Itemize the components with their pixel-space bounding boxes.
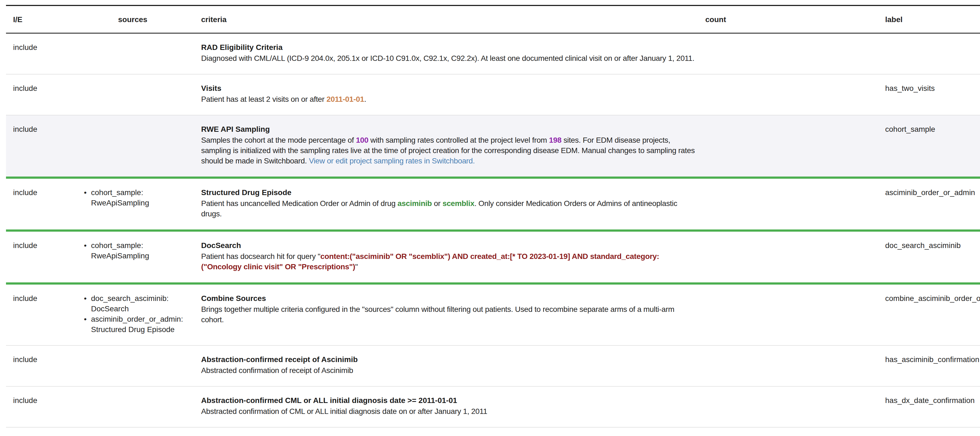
- label-value: has_asciminib_confirmation: [885, 355, 980, 364]
- highlighted-text-segment: 2011-01-01: [326, 95, 364, 104]
- text-segment: .: [364, 95, 366, 104]
- criteria-description: Abstracted confirmation of CML or ALL in…: [201, 406, 695, 417]
- label-value: combine_asciminib_order_or_: [885, 294, 980, 303]
- criteria-title: RAD Eligibility Criteria: [201, 42, 695, 53]
- header-row: I/E sources criteria count label: [6, 5, 980, 33]
- criteria-cell: DocSearch Patient has docsearch hit for …: [194, 230, 698, 283]
- text-segment: Samples the cohort at the mode percentag…: [201, 136, 356, 144]
- sources-cell: [72, 386, 194, 427]
- sources-cell: doc_search_asciminib: DocSearchasciminib…: [72, 283, 194, 345]
- count-cell: [698, 177, 878, 230]
- table-body: include RAD Eligibility Criteria Diagnos…: [6, 33, 980, 436]
- criteria-row: include RAD Eligibility Criteria Diagnos…: [6, 33, 980, 75]
- highlighted-text-segment: 100: [356, 136, 369, 144]
- highlighted-text-segment: scemblix: [442, 199, 474, 208]
- ie-cell: include: [6, 74, 72, 115]
- criteria-row: include doc_search_asciminib: DocSearcha…: [6, 283, 980, 345]
- table-header: I/E sources criteria count label: [6, 5, 980, 33]
- highlighted-text-segment: asciminib: [398, 199, 432, 208]
- label-value: cohort_sample: [885, 125, 935, 133]
- ie-value: include: [13, 43, 37, 51]
- criteria-cell: Structured Drug Episode Patient has unca…: [194, 177, 698, 230]
- count-cell: [698, 33, 878, 75]
- ie-cell: include: [6, 427, 72, 436]
- label-cell: asciminib_order_or_admin: [878, 177, 980, 230]
- sources-cell: [72, 345, 194, 386]
- ie-cell: include: [6, 230, 72, 283]
- criteria-row: include Visits Patient has at least 2 vi…: [6, 74, 980, 115]
- label-cell: has_two_visits: [878, 74, 980, 115]
- ie-value: include: [13, 294, 37, 303]
- ie-cell: include: [6, 177, 72, 230]
- criteria-description: Patient has uncancelled Medication Order…: [201, 198, 695, 219]
- criteria-cell: Combine Sources Brings together multiple…: [194, 283, 698, 345]
- label-cell: combine_asciminib_order_or_: [878, 283, 980, 345]
- text-segment: ": [355, 262, 358, 271]
- criteria-cell: RWE API Sampling Samples the cohort at t…: [194, 115, 698, 177]
- ie-value: include: [13, 355, 37, 364]
- count-cell: [698, 345, 878, 386]
- ie-cell: include: [6, 115, 72, 177]
- label-cell: has_asciminib_confirmation: [878, 345, 980, 386]
- label-value: has_dx_date_confirmation: [885, 396, 975, 405]
- ie-value: include: [13, 125, 37, 133]
- criteria-title: DocSearch: [201, 240, 695, 251]
- criteria-description: Patient has docsearch hit for query "con…: [201, 251, 695, 272]
- criteria-title: Abstraction-confirmed receipt of Ascinim…: [201, 355, 695, 365]
- ie-value: include: [13, 188, 37, 197]
- criteria-cell: Abstraction-confirmed CML or ALL initial…: [194, 386, 698, 427]
- label-value: asciminib_order_or_admin: [885, 188, 975, 197]
- criteria-title: Structured Drug Episode: [201, 187, 695, 198]
- count-cell: [698, 427, 878, 436]
- column-header-label: label: [878, 5, 980, 33]
- ie-value: include: [13, 84, 37, 93]
- criteria-description: Brings together multiple criteria config…: [201, 304, 695, 325]
- criteria-cell: Visits Patient has at least 2 visits on …: [194, 74, 698, 115]
- label-cell: has_dx_date_confirmation: [878, 386, 980, 427]
- criteria-description: Samples the cohort at the mode percentag…: [201, 135, 695, 166]
- source-item: doc_search_asciminib: DocSearch: [81, 293, 190, 314]
- label-value: doc_search_asciminib: [885, 241, 961, 250]
- sources-cell: cohort_sample: RweApiSampling: [72, 230, 194, 283]
- count-cell: [698, 115, 878, 177]
- criteria-title: Combine Sources: [201, 293, 695, 303]
- count-cell: [698, 230, 878, 283]
- label-value: has_two_visits: [885, 84, 935, 93]
- ie-cell: include: [6, 33, 72, 75]
- switchboard-sampling-rates-link[interactable]: View or edit project sampling rates in S…: [309, 157, 475, 165]
- text-segment: Abstracted confirmation of receipt of As…: [201, 366, 353, 375]
- text-segment: Brings together multiple criteria config…: [201, 305, 674, 324]
- criteria-cell: RAD Eligibility Criteria Diagnosed with …: [194, 33, 698, 75]
- criteria-row: include Abstraction-confirmed CML or ALL…: [6, 386, 980, 427]
- sources-list: cohort_sample: RweApiSampling: [78, 187, 191, 208]
- label-cell: [878, 33, 980, 75]
- text-segment: Abstracted confirmation of CML or ALL in…: [201, 407, 487, 415]
- sources-list: doc_search_asciminib: DocSearchasciminib…: [78, 293, 191, 335]
- sources-cell: [72, 33, 194, 75]
- column-header-criteria: criteria: [194, 5, 698, 33]
- text-segment: Patient has docsearch hit for query ": [201, 252, 320, 260]
- criteria-title: RWE API Sampling: [201, 124, 695, 134]
- text-segment: Patient has uncancelled Medication Order…: [201, 199, 398, 208]
- criteria-cell: Abstraction-confirmed diagnosis of chron…: [194, 427, 698, 436]
- criteria-row: include Abstraction-confirmed receipt of…: [6, 345, 980, 386]
- criteria-description: Diagnosed with CML/ALL (ICD-9 204.0x, 20…: [201, 53, 695, 64]
- sources-cell: [72, 427, 194, 436]
- source-item: asciminib_order_or_admin: Structured Dru…: [81, 314, 190, 335]
- criteria-description: Abstracted confirmation of receipt of As…: [201, 365, 695, 376]
- criteria-table: I/E sources criteria count label include…: [6, 5, 980, 436]
- criteria-description: Patient has at least 2 visits on or afte…: [201, 94, 695, 104]
- ie-cell: include: [6, 386, 72, 427]
- count-cell: [698, 283, 878, 345]
- criteria-row: include cohort_sample: RweApiSampling St…: [6, 177, 980, 230]
- ie-value: include: [13, 241, 37, 250]
- criteria-row: include Abstraction-confirmed diagnosis …: [6, 427, 980, 436]
- criteria-row: include cohort_sample: RweApiSampling Do…: [6, 230, 980, 283]
- source-item: cohort_sample: RweApiSampling: [81, 240, 190, 261]
- column-header-ie: I/E: [6, 5, 72, 33]
- criteria-title: Visits: [201, 83, 695, 94]
- highlighted-text-segment: 198: [549, 136, 562, 144]
- column-header-count: count: [698, 5, 878, 33]
- text-segment: with sampling rates controlled at the pr…: [369, 136, 549, 144]
- ie-cell: include: [6, 283, 72, 345]
